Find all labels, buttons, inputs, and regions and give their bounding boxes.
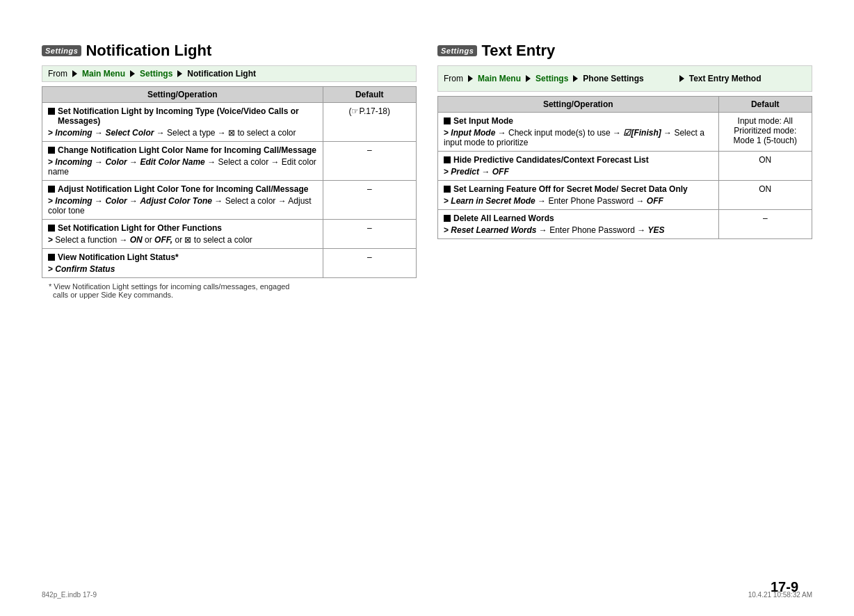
row1-sub: > Incoming → Select Color → Select a typ… (48, 128, 317, 138)
r-row4-default: – (718, 210, 812, 239)
black-square-icon (48, 225, 55, 232)
settings-badge-right: Settings (437, 45, 477, 56)
table-row: Set Input Mode > Input Mode → Check inpu… (438, 113, 812, 152)
table-row: View Notification Light Status* > Confir… (42, 249, 417, 278)
r-row3-default: ON (718, 181, 812, 210)
main-menu-link-right[interactable]: Main Menu (478, 74, 521, 83)
r-row2-operation: Hide Predictive Candidates/Context Forec… (438, 152, 719, 181)
row1-title: Set Notification Light by Incoming Type … (48, 106, 317, 126)
notification-light-table: Setting/Operation Default Set Notificati… (42, 86, 417, 278)
nav-arrow-r4 (679, 75, 684, 82)
col-header-operation-right: Setting/Operation (438, 97, 719, 113)
table-row: Adjust Notification Light Color Tone for… (42, 181, 417, 220)
from-label-right: From (444, 74, 463, 83)
row2-sub: > Incoming → Color → Edit Color Name → S… (48, 157, 317, 177)
black-square-icon (48, 147, 55, 154)
text-entry-section: Settings Text Entry From Main Menu Setti… (437, 42, 812, 299)
col-header-default-right: Default (718, 97, 812, 113)
from-label-left: From (48, 69, 67, 79)
phone-settings-nav: Phone Settings (583, 74, 643, 83)
table-row: Hide Predictive Candidates/Context Forec… (438, 152, 812, 181)
row1-operation: Set Notification Light by Incoming Type … (42, 103, 323, 142)
text-entry-title: Settings Text Entry (437, 42, 812, 60)
notification-light-from-bar: From Main Menu Settings Notification Lig… (42, 65, 417, 82)
r-row1-default: Input mode: All Prioritized mode: Mode 1… (718, 113, 812, 152)
black-square-icon (48, 254, 55, 261)
black-square-icon (444, 186, 451, 193)
row3-sub: > Incoming → Color → Adjust Color Tone →… (48, 196, 317, 216)
r-row3-title: Set Learning Feature Off for Secret Mode… (444, 184, 713, 194)
nav-arrow-r1 (468, 75, 473, 82)
r-row3-operation: Set Learning Feature Off for Secret Mode… (438, 181, 719, 210)
table-row: Delete All Learned Words > Reset Learned… (438, 210, 812, 239)
text-entry-table: Setting/Operation Default Set Input Mode (437, 96, 812, 239)
row2-title: Change Notification Light Color Name for… (48, 145, 317, 155)
black-square-icon (48, 186, 55, 193)
bottom-left-text: 842p_E.indb 17-9 (42, 591, 97, 599)
r-row2-default: ON (718, 152, 812, 181)
nav-arrow-r2 (526, 75, 531, 82)
notification-light-nav: Notification Light (187, 69, 256, 79)
row4-default: – (323, 220, 417, 249)
nav-arrow-r3 (573, 75, 578, 82)
row3-title: Adjust Notification Light Color Tone for… (48, 184, 317, 194)
row5-title: View Notification Light Status* (48, 252, 317, 262)
r-row1-sub: > Input Mode → Check input mode(s) to us… (444, 128, 713, 147)
notification-light-heading: Notification Light (86, 42, 211, 60)
r-row4-sub: > Reset Learned Words → Enter Phone Pass… (444, 225, 713, 235)
black-square-icon (444, 215, 451, 222)
footnote-text: * View Notification Light settings for i… (42, 282, 417, 299)
row2-default: – (323, 142, 417, 181)
main-menu-link-left[interactable]: Main Menu (82, 69, 125, 79)
row5-default: – (323, 249, 417, 278)
row2-operation: Change Notification Light Color Name for… (42, 142, 323, 181)
r-row4-title: Delete All Learned Words (444, 213, 713, 223)
page-container: Settings Notification Light From Main Me… (0, 0, 854, 616)
nav-arrow-3 (177, 70, 182, 77)
nav-arrow-1 (72, 70, 77, 77)
table-row: Set Notification Light for Other Functio… (42, 220, 417, 249)
r-row2-title: Hide Predictive Candidates/Context Forec… (444, 155, 713, 165)
text-entry-method-nav: Text Entry Method (689, 74, 762, 83)
notification-light-section: Settings Notification Light From Main Me… (42, 42, 417, 299)
row5-sub: > Confirm Status (48, 264, 317, 274)
r-row1-operation: Set Input Mode > Input Mode → Check inpu… (438, 113, 719, 152)
settings-link-right[interactable]: Settings (535, 74, 568, 83)
table-row: Set Notification Light by Incoming Type … (42, 103, 417, 142)
r-row2-sub: > Predict → OFF (444, 167, 713, 177)
black-square-icon (48, 108, 55, 115)
col-header-default-left: Default (323, 87, 417, 103)
black-square-icon (444, 117, 451, 124)
row4-sub: > Select a function → ON or OFF, or ⊠ to… (48, 235, 317, 245)
row4-title: Set Notification Light for Other Functio… (48, 223, 317, 233)
row3-operation: Adjust Notification Light Color Tone for… (42, 181, 323, 220)
bottom-right-text: 10.4.21 10:58:32 AM (748, 591, 812, 599)
r-row3-sub: > Learn in Secret Mode → Enter Phone Pas… (444, 196, 713, 206)
r-row4-operation: Delete All Learned Words > Reset Learned… (438, 210, 719, 239)
row4-operation: Set Notification Light for Other Functio… (42, 220, 323, 249)
text-entry-from-bar: From Main Menu Settings Phone Settings T… (437, 65, 812, 92)
two-column-layout: Settings Notification Light From Main Me… (42, 42, 812, 299)
settings-badge-left: Settings (42, 45, 81, 56)
row3-default: – (323, 181, 417, 220)
notification-light-title: Settings Notification Light (42, 42, 417, 60)
text-entry-heading: Text Entry (481, 42, 555, 60)
nav-arrow-2 (130, 70, 135, 77)
row5-operation: View Notification Light Status* > Confir… (42, 249, 323, 278)
table-row: Change Notification Light Color Name for… (42, 142, 417, 181)
row1-default: (☞P.17-18) (323, 103, 417, 142)
table-row: Set Learning Feature Off for Secret Mode… (438, 181, 812, 210)
r-row1-title: Set Input Mode (444, 116, 713, 126)
black-square-icon (444, 156, 451, 163)
settings-link-left[interactable]: Settings (140, 69, 172, 79)
col-header-operation-left: Setting/Operation (42, 87, 323, 103)
